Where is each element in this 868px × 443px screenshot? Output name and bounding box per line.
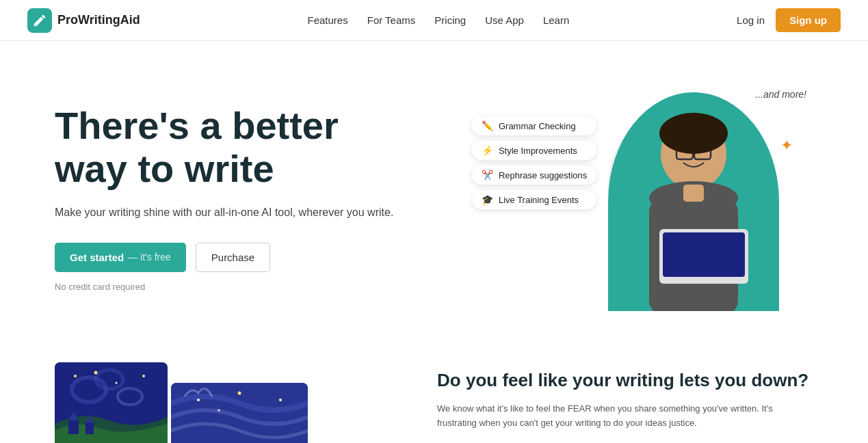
style-label: Style Improvements — [499, 146, 577, 156]
style-icon: ⚡ — [482, 145, 493, 156]
headline-line2: way to write — [55, 147, 274, 190]
signup-button[interactable]: Sign up — [776, 8, 841, 32]
painting-stack: My idea in my head — [55, 362, 287, 443]
svg-rect-18 — [68, 420, 79, 434]
hero-subtext: Make your writing shine with our all-in-… — [55, 204, 472, 221]
feature-tags: ✏️ Grammar Checking ⚡ Style Improvements… — [472, 116, 596, 209]
hero-illustration: ✏️ Grammar Checking ⚡ Style Improvements… — [472, 82, 813, 314]
svg-point-15 — [94, 371, 98, 375]
section-title-text: Do you feel like your writing lets you d… — [437, 370, 808, 390]
svg-point-23 — [197, 399, 200, 401]
pen-icon — [32, 13, 47, 28]
nav-for-teams[interactable]: For Teams — [367, 14, 416, 26]
nav-use-app[interactable]: Use App — [485, 14, 524, 26]
nav-links: Features For Teams Pricing Use App Learn — [308, 14, 570, 26]
feature-tag-training: 🎓 Live Training Events — [472, 190, 596, 209]
feature-tag-rephrase: ✂️ Rephrase suggestions — [472, 165, 596, 185]
free-label: — it's free — [128, 252, 171, 263]
grammar-label: Grammar Checking — [499, 121, 576, 131]
training-icon: 🎓 — [482, 194, 493, 205]
svg-point-26 — [218, 410, 220, 412]
purchase-button[interactable]: Purchase — [196, 243, 270, 272]
training-label: Live Training Events — [499, 195, 579, 205]
get-started-button[interactable]: Get started — it's free — [55, 243, 186, 272]
section-title: Do you feel like your writing lets you d… — [437, 369, 813, 392]
brand-name: ProWritingAid — [57, 13, 140, 27]
svg-point-17 — [142, 375, 145, 377]
person-silhouette — [608, 92, 779, 311]
feature-tag-style: ⚡ Style Improvements — [472, 141, 596, 160]
no-credit-text: No credit card required — [55, 282, 472, 292]
bottom-section: My idea in my head Do you feel like your… — [0, 342, 868, 443]
brand-logo-icon — [27, 8, 52, 33]
second-painting-svg — [171, 383, 308, 443]
painting-back — [55, 362, 168, 443]
hero-buttons: Get started — it's free Purchase — [55, 243, 472, 272]
svg-point-25 — [279, 399, 282, 401]
brand[interactable]: ProWritingAid — [27, 8, 140, 33]
star-decoration-icon: ✦ — [780, 137, 793, 155]
bottom-text: Do you feel like your writing lets you d… — [437, 362, 813, 430]
hero-section: There's a better way to write Make your … — [0, 41, 868, 342]
nav-pricing[interactable]: Pricing — [434, 14, 466, 26]
svg-point-14 — [74, 375, 77, 377]
svg-rect-7 — [663, 232, 745, 277]
headline-line1: There's a better — [55, 104, 339, 147]
rephrase-icon: ✂️ — [482, 170, 493, 180]
nav-learn[interactable]: Learn — [543, 14, 569, 26]
section-description: We know what it's like to feel the FEAR … — [437, 402, 813, 431]
second-painting — [171, 383, 308, 443]
starry-night-painting — [55, 362, 168, 443]
svg-point-24 — [238, 392, 241, 395]
person-teal-bg — [608, 92, 779, 311]
hero-headline: There's a better way to write — [55, 105, 472, 190]
nav-features[interactable]: Features — [308, 14, 348, 26]
hero-content: There's a better way to write Make your … — [55, 105, 472, 291]
nav-actions: Log in Sign up — [737, 8, 841, 32]
svg-rect-20 — [86, 422, 94, 434]
get-started-label: Get started — [70, 252, 124, 263]
login-link[interactable]: Log in — [737, 14, 765, 26]
feature-tag-grammar: ✏️ Grammar Checking — [472, 116, 596, 135]
navbar: ProWritingAid Features For Teams Pricing… — [0, 0, 868, 41]
svg-point-4 — [659, 113, 728, 154]
svg-rect-9 — [683, 185, 704, 202]
painting-area: My idea in my head — [55, 362, 396, 443]
more-label: ...and more! — [755, 89, 806, 100]
svg-point-16 — [116, 382, 118, 384]
rephrase-label: Rephrase suggestions — [499, 170, 587, 180]
grammar-icon: ✏️ — [482, 120, 493, 131]
painting-front — [171, 383, 308, 443]
starry-night-svg — [55, 362, 168, 443]
